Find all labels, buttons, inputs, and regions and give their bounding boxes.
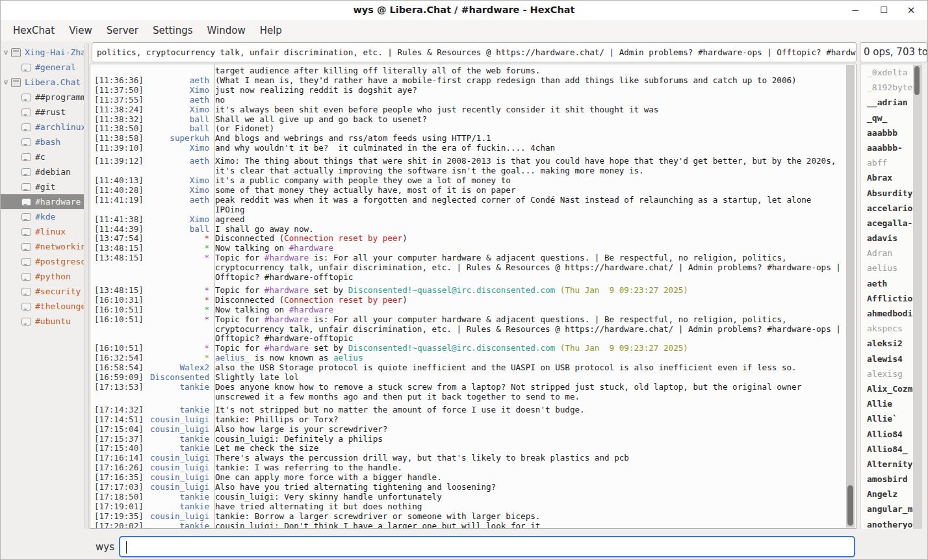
user-list-item-8192byte[interactable]: _8192byte	[860, 80, 913, 95]
user-list-item-alewis4[interactable]: alewis4	[860, 351, 913, 366]
message-nick[interactable]: cousin_luigi	[145, 483, 209, 492]
expander-icon[interactable]: ▽	[1, 49, 11, 56]
tree-item-kde[interactable]: #kde	[1, 209, 84, 224]
tree-item-libera-chat[interactable]: ▽Libera.Chat	[1, 75, 84, 90]
message-nick[interactable]: cousin_luigi	[145, 473, 209, 483]
message-nick[interactable]: tankie	[145, 502, 209, 512]
user-list-item-amosbird[interactable]: amosbird	[860, 472, 913, 487]
message-nick[interactable]: cousin_luigi	[145, 512, 209, 522]
user-list-item-abff[interactable]: abff	[860, 155, 913, 170]
user-list-item-ahmedbodi[interactable]: ahmedbodi	[860, 306, 913, 321]
user-list-item-acegalla[interactable]: acegalla-	[860, 216, 913, 231]
tree-item-bash[interactable]: #bash	[1, 134, 84, 149]
tree-item-general[interactable]: #general	[1, 60, 84, 75]
own-nick-label[interactable]: wys	[96, 541, 114, 553]
message-nick[interactable]: superkuh	[145, 134, 209, 144]
user-list-item-0xdelta[interactable]: _0xdelta	[860, 65, 913, 80]
message-nick[interactable]: tankie	[145, 444, 209, 453]
user-list-item-angular-m[interactable]: angular_m	[860, 502, 913, 516]
tree-item-thelounge[interactable]: #thelounge	[1, 299, 84, 314]
user-list-item-qw[interactable]: _qw_	[860, 110, 913, 125]
userlist-scrollbar-thumb[interactable]	[914, 66, 920, 95]
tree-item-archlinux[interactable]: #archlinux	[1, 120, 84, 134]
message-nick[interactable]: aeth	[145, 157, 209, 176]
user-list-item-adavis[interactable]: adavis	[860, 231, 913, 246]
message-nick[interactable]: aeth	[145, 196, 209, 215]
message-nick[interactable]: tankie	[145, 492, 209, 502]
tree-item-hardware[interactable]: #hardware	[1, 194, 84, 209]
user-list-item-adrian[interactable]: __adrian	[860, 95, 913, 110]
tree-item-ubuntu[interactable]: #ubuntu	[1, 314, 84, 329]
user-list-item-akspecs[interactable]: akspecs	[860, 321, 913, 336]
tree-item-linux[interactable]: #linux	[1, 224, 84, 239]
tree-item-security[interactable]: #security	[1, 284, 84, 299]
user-list-item-afflictio[interactable]: Afflictio	[860, 291, 913, 306]
topic-input[interactable]: politics, cryptocurrency talk, unfair di…	[92, 42, 857, 62]
user-list-item-adran[interactable]: Adran	[860, 246, 913, 261]
tree-item-networking[interactable]: #networking	[1, 239, 84, 254]
message-nick[interactable]: tankie	[145, 405, 209, 415]
message-nick[interactable]: aeth	[145, 95, 209, 105]
user-list-item-allie[interactable]: Allie	[860, 396, 913, 411]
message-nick[interactable]: tankie	[145, 522, 209, 529]
user-list-item-abrax[interactable]: Abrax	[860, 170, 913, 185]
tree-item-python[interactable]: #python	[1, 269, 84, 284]
message-text: have tried alternating it but does nothi…	[209, 502, 844, 512]
userlist-scrollbar[interactable]	[913, 65, 921, 545]
user-list-item-absurdity[interactable]: Absurdity	[860, 186, 913, 201]
user-list-item-alexisg[interactable]: alexisg	[860, 366, 913, 381]
menu-item-settings[interactable]: Settings	[146, 22, 200, 39]
user-list-item-aaabbb[interactable]: aaabbb-	[860, 140, 913, 155]
user-list-item-allio84[interactable]: Allio84	[860, 427, 913, 442]
menu-item-window[interactable]: Window	[200, 22, 253, 39]
message-nick[interactable]: Ximo	[145, 215, 209, 225]
tree-item-rust[interactable]: ##rust	[1, 105, 84, 120]
user-list-item-accelario[interactable]: accelario	[860, 201, 913, 216]
tree-item-xing-hai-zhan[interactable]: ▽Xing-Hai-Zhan	[1, 45, 84, 60]
user-list-item-allie[interactable]: Allie`	[860, 411, 913, 426]
message-nick[interactable]: cousin_luigi	[145, 463, 209, 473]
user-list-item-aelius[interactable]: aelius	[860, 261, 913, 275]
message-nick[interactable]: aeth	[145, 76, 209, 86]
chat-scrollbar[interactable]	[846, 65, 855, 528]
message-nick[interactable]: Ximo	[145, 86, 209, 95]
close-button[interactable]: ✕	[901, 3, 921, 18]
message-nick[interactable]: ball	[145, 225, 209, 235]
chat-scrollbar-thumb[interactable]	[847, 485, 853, 526]
message-nick[interactable]: Ximo	[145, 105, 209, 115]
user-list-item-aleksi2[interactable]: aleksi2	[860, 336, 913, 351]
expander-icon[interactable]: ▽	[1, 79, 11, 86]
message-nick[interactable]: Ximo	[145, 144, 209, 153]
message-nick[interactable]: Ximo	[145, 176, 209, 186]
tree-item-programming[interactable]: ##programming	[1, 90, 84, 105]
tree-item-debian[interactable]: #debian	[1, 164, 84, 179]
maximize-button[interactable]: ☐	[874, 3, 894, 18]
menu-item-server[interactable]: Server	[99, 22, 146, 39]
message-nick[interactable]: tankie	[145, 435, 209, 444]
message-nick[interactable]: Walex2	[145, 363, 209, 373]
message-nick[interactable]: cousin_luigi	[145, 453, 209, 463]
message-nick[interactable]: ball	[145, 124, 209, 134]
tree-item-git[interactable]: #git	[1, 179, 84, 194]
tree-item-c[interactable]: #c	[1, 149, 84, 164]
user-list-item-alternity[interactable]: Alternity	[860, 457, 913, 472]
message-nick[interactable]: cousin_luigi	[145, 415, 209, 425]
message-nick[interactable]: Ximo	[145, 186, 209, 196]
minimize-button[interactable]: −	[845, 3, 865, 18]
user-list-item-allio84[interactable]: Allio84_	[860, 442, 913, 457]
menu-item-help[interactable]: Help	[253, 22, 289, 39]
user-list-item-aaabbb[interactable]: aaabbb	[860, 125, 913, 140]
user-list-item-aeth[interactable]: aeth	[860, 276, 913, 291]
tree-scrollbar[interactable]	[84, 44, 89, 557]
message-nick[interactable]: tankie	[145, 383, 209, 402]
user-list-item-angelz[interactable]: Angelz	[860, 487, 913, 502]
message-input[interactable]	[119, 536, 855, 557]
message-nick[interactable]: cousin_luigi	[145, 425, 209, 435]
menu-item-hexchat[interactable]: HexChat	[6, 22, 62, 39]
menu-item-view[interactable]: View	[62, 22, 99, 39]
message-nick[interactable]: ball	[145, 115, 209, 125]
tree-item-postgresql[interactable]: #postgresql	[1, 254, 84, 269]
user-list-item-alix-cozm[interactable]: Alix_Cozm	[860, 381, 913, 396]
message-nick[interactable]: Disconsented	[145, 373, 209, 383]
tree-item-label: #postgresql	[35, 257, 84, 266]
